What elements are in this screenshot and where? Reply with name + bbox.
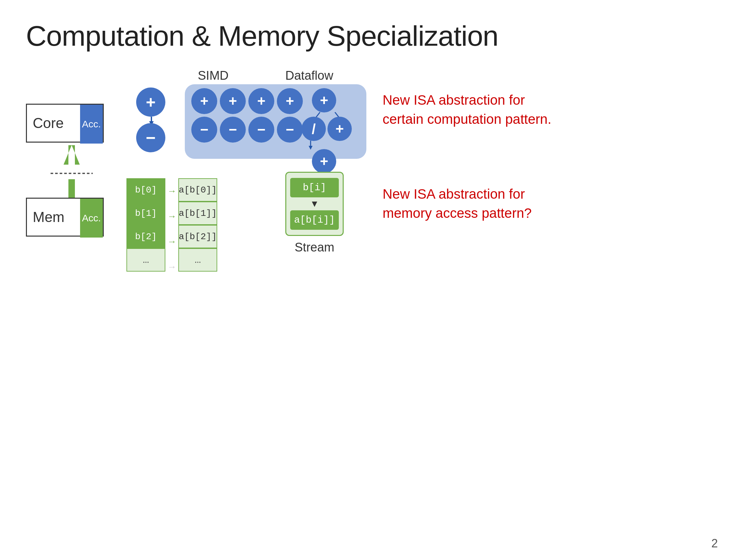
- arr-1: →: [167, 205, 176, 228]
- mem-table-section: b[0] b[1] b[2] … → → → → a[b[0]] a[b[1]]…: [126, 178, 217, 280]
- simd-plus-3: +: [248, 88, 274, 114]
- simd-circles: + + + + − − − −: [191, 88, 303, 145]
- simd-minus-3: −: [248, 117, 274, 142]
- mem-box: Mem Acc.: [26, 198, 104, 237]
- mem-key-2: b[2]: [126, 225, 165, 248]
- mem-label: Mem: [33, 209, 65, 225]
- mem-val-col: a[b[0]] a[b[1]] a[b[2]] …: [178, 178, 217, 280]
- simd-label: SIMD: [198, 69, 229, 83]
- single-node-section: + −: [136, 87, 169, 159]
- simd-minus-1: −: [191, 117, 217, 142]
- core-box: Core Acc.: [26, 104, 104, 142]
- mem-key-1: b[1]: [126, 202, 165, 225]
- simd-minus-2: −: [220, 117, 246, 142]
- arr-0: →: [167, 180, 176, 203]
- mem-acc: Acc.: [80, 199, 103, 238]
- core-acc: Acc.: [80, 105, 103, 143]
- mem-val-0: a[b[0]]: [178, 178, 217, 202]
- right-bottom-line1: New ISA abstraction for: [383, 185, 610, 204]
- mem-key-3: …: [126, 248, 165, 272]
- stream-label: Stream: [285, 240, 344, 255]
- content-area: Core Acc. Mem Acc. +: [26, 84, 721, 528]
- double-arrow: [51, 145, 93, 203]
- dataflow-label: Dataflow: [285, 69, 333, 83]
- df-plus-top: +: [312, 88, 336, 112]
- page-number: 2: [711, 537, 718, 550]
- stream-abi-cell: a[b[i]]: [290, 210, 339, 230]
- right-top-line2: certain computation pattern.: [383, 110, 610, 129]
- svg-marker-1: [63, 145, 80, 165]
- simd-minus-4: −: [277, 117, 303, 142]
- mem-key-0: b[0]: [126, 178, 165, 202]
- single-plus-node: +: [136, 87, 165, 117]
- mem-key-col: b[0] b[1] b[2] …: [126, 178, 165, 280]
- df-plus-right: +: [328, 117, 352, 141]
- arr-2: →: [167, 230, 176, 254]
- simd-plus-1: +: [191, 88, 217, 114]
- stream-bi-cell: b[i]: [290, 178, 339, 197]
- right-bottom-line2: memory access pattern?: [383, 204, 610, 223]
- simd-plus-2: +: [220, 88, 246, 114]
- stream-box: b[i] ▼ a[b[i]]: [285, 172, 344, 236]
- single-minus-node: −: [136, 123, 165, 152]
- core-label: Core: [33, 115, 63, 131]
- df-plus-bottom: +: [312, 149, 336, 174]
- stream-section: b[i] ▼ a[b[i]] Stream: [285, 172, 344, 255]
- right-text-top: New ISA abstraction for certain computat…: [383, 91, 610, 129]
- stream-down-arrow: ▼: [310, 199, 319, 208]
- mem-val-1: a[b[1]]: [178, 202, 217, 225]
- svg-marker-10: [309, 146, 313, 150]
- right-top-line1: New ISA abstraction for: [383, 91, 610, 110]
- arr-3: →: [167, 256, 176, 279]
- right-text-bottom: New ISA abstraction for memory access pa…: [383, 185, 610, 223]
- mem-arrow-col: → → → →: [165, 178, 178, 280]
- df-divide-node: /: [302, 117, 326, 141]
- mem-val-3: …: [178, 248, 217, 272]
- mem-val-2: a[b[2]]: [178, 225, 217, 248]
- slide-title: Computation & Memory Specialization: [26, 20, 498, 53]
- simd-plus-4: +: [277, 88, 303, 114]
